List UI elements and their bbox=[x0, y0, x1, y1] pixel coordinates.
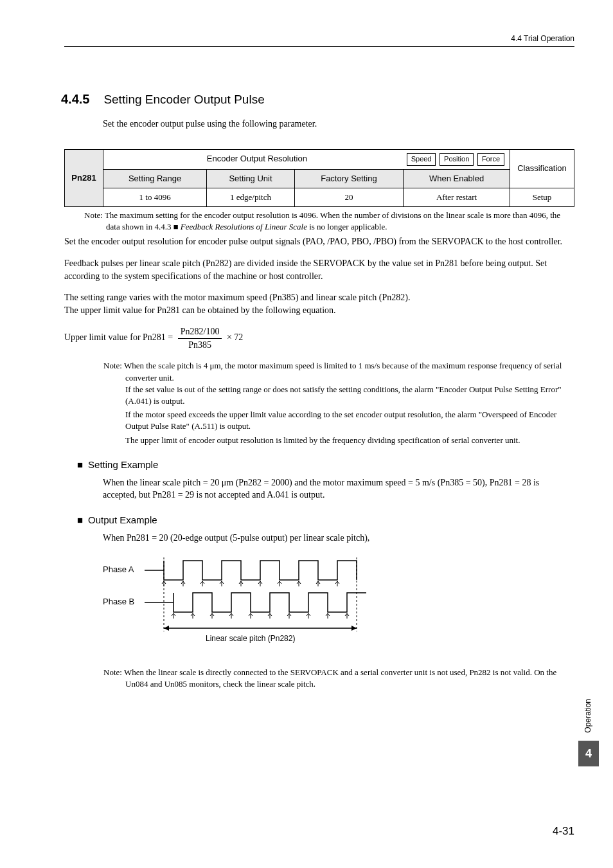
classification-header: Classification bbox=[510, 150, 574, 188]
section-number: 4.4.5 bbox=[61, 92, 89, 106]
intro-paragraph: Set the encoder output pulse using the f… bbox=[103, 118, 574, 131]
output-example-text: When Pn281 = 20 (20-edge output (5-pulse… bbox=[103, 532, 574, 545]
classification-value: Setup bbox=[510, 188, 574, 206]
section-title: Setting Encoder Output Pulse bbox=[103, 93, 264, 106]
phase-b-label: Phase B bbox=[103, 597, 134, 606]
speed-badge: Speed bbox=[407, 153, 436, 165]
param-number-cell: Pn281 bbox=[65, 150, 103, 207]
unit-header: Setting Unit bbox=[207, 169, 295, 188]
unit-value: 1 edge/pitch bbox=[207, 188, 295, 206]
range-value: 1 to 4096 bbox=[103, 188, 207, 206]
output-example-heading: ■Output Example bbox=[77, 513, 574, 527]
note-2b: If the set value is out of the setting r… bbox=[125, 384, 574, 407]
factory-value: 20 bbox=[294, 188, 403, 206]
header-rule bbox=[64, 46, 574, 47]
timing-diagram: Phase A Phase B bbox=[103, 554, 574, 655]
para-2: Feedback pulses per linear scale pitch (… bbox=[64, 257, 574, 282]
note-2d: The upper limit of encoder output resolu… bbox=[125, 435, 574, 446]
position-badge: Position bbox=[440, 153, 474, 165]
factory-header: Factory Setting bbox=[294, 169, 403, 188]
section-heading: 4.4.5 Setting Encoder Output Pulse bbox=[61, 90, 574, 109]
enabled-value: After restart bbox=[404, 188, 510, 206]
note-3: Note: When the linear scale is directly … bbox=[64, 667, 574, 690]
equation: Upper limit value for Pn281 = Pn282/100 … bbox=[64, 325, 574, 351]
setting-example-heading: ■Setting Example bbox=[77, 458, 574, 471]
enabled-header: When Enabled bbox=[404, 169, 510, 188]
phase-a-label: Phase A bbox=[103, 565, 134, 574]
force-badge: Force bbox=[477, 153, 504, 165]
param-name-row: Encoder Output Resolution Speed Position… bbox=[103, 150, 510, 169]
pitch-label: Linear scale pitch (Pn282) bbox=[206, 634, 295, 643]
range-header: Setting Range bbox=[103, 169, 207, 188]
note-2a: Note: When the scale pitch is 4 μm, the … bbox=[64, 360, 574, 383]
chapter-box: 4 bbox=[578, 741, 599, 766]
parameter-table: Pn281 Encoder Output Resolution Speed Po… bbox=[64, 149, 574, 207]
para-3a: The setting range varies with the motor … bbox=[64, 291, 574, 304]
setting-example-text: When the linear scale pitch = 20 μm (Pn2… bbox=[103, 476, 574, 502]
page-header-right: 4.4 Trial Operation bbox=[511, 33, 574, 44]
page-number: 4-31 bbox=[553, 824, 574, 839]
side-tab-operation: Operation bbox=[583, 699, 594, 733]
note-2c: If the motor speed exceeds the upper lim… bbox=[125, 409, 574, 432]
param-name: Encoder Output Resolution bbox=[207, 154, 307, 163]
para-3b: The upper limit value for Pn281 can be o… bbox=[64, 304, 574, 317]
note-1: Note: The maximum setting for the encode… bbox=[64, 210, 574, 233]
para-1: Set the encoder output resolution for en… bbox=[64, 235, 574, 248]
